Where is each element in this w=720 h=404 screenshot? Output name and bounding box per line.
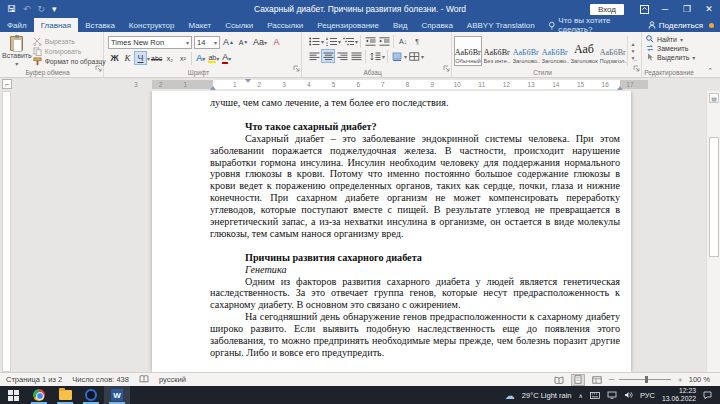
highlight-color-button[interactable]: ab▾ <box>207 51 220 65</box>
vertical-ruler[interactable] <box>2 91 11 372</box>
style-card-3[interactable]: АаБбВгЗаголово... <box>541 36 569 66</box>
shrink-font-button[interactable]: А▼ <box>237 35 250 49</box>
sort-button[interactable]: А↓ <box>396 34 410 48</box>
paste-dropdown-icon[interactable]: ▾ <box>15 60 18 67</box>
print-layout-icon[interactable] <box>571 374 585 386</box>
increase-indent-button[interactable] <box>377 34 391 48</box>
tab-Вид[interactable]: Вид <box>386 18 414 32</box>
line-spacing-button[interactable] <box>368 49 382 63</box>
tell-me-box[interactable]: Что вы хотите сделать? <box>542 18 648 32</box>
language-switch[interactable]: РУС <box>640 391 655 400</box>
decrease-indent-button[interactable] <box>363 34 377 48</box>
cut-button[interactable]: Вырезать <box>32 37 106 46</box>
customize-qat-icon[interactable]: ▾ <box>52 5 57 14</box>
tab-Рассылки[interactable]: Рассылки <box>260 18 310 32</box>
replace-button[interactable]: Заменить <box>646 44 702 52</box>
tab-ABBYY Translation[interactable]: ABBYY Translation <box>460 18 542 32</box>
font-size-combobox[interactable]: 14▾ <box>194 36 220 49</box>
language-indicator[interactable]: русский <box>159 375 186 384</box>
justify-button[interactable] <box>349 49 363 63</box>
tab-Макет[interactable]: Макет <box>181 18 218 32</box>
text-effects-button[interactable]: А▾ <box>194 51 207 65</box>
undo-icon[interactable]: ↶ <box>23 5 31 14</box>
copy-button[interactable]: Копировать <box>32 47 106 56</box>
underline-button[interactable]: Ч <box>134 51 147 65</box>
weather-text[interactable]: 29°C Light rain <box>522 391 572 400</box>
style-card-4[interactable]: АабЗаголовок <box>570 36 598 66</box>
network-icon[interactable] <box>607 391 617 399</box>
paragraph-heading[interactable]: Что такое сахарный диабет? <box>210 121 620 133</box>
find-button[interactable]: Найти▾ <box>646 35 702 43</box>
tab-Ссылки[interactable]: Ссылки <box>218 18 260 32</box>
taskbar-chrome[interactable] <box>26 386 52 404</box>
select-button[interactable]: Выделить▾ <box>646 53 702 61</box>
grow-font-button[interactable]: А▲ <box>222 35 235 49</box>
show-formatting-marks-button[interactable]: ¶ <box>410 34 424 48</box>
word-count[interactable]: Число слов: 438 <box>72 375 129 384</box>
styles-scroll-down-icon[interactable]: ▼ <box>631 48 636 54</box>
numbering-button[interactable] <box>324 34 338 48</box>
web-layout-icon[interactable] <box>590 374 604 386</box>
multilevel-list-button[interactable] <box>341 34 355 48</box>
font-dialog-launcher-icon[interactable] <box>293 58 300 76</box>
minimize-button[interactable]: ─ <box>654 0 676 18</box>
tab-Справка[interactable]: Справка <box>414 18 459 32</box>
paragraph-body[interactable]: Одним из факторов развития сахарного диа… <box>210 276 620 312</box>
scrollbar-thumb[interactable] <box>709 137 719 257</box>
change-case-button[interactable]: Аа▾ <box>252 35 268 49</box>
left-indent-marker[interactable] <box>210 86 216 90</box>
zoom-in-button[interactable]: ＋ <box>676 375 684 385</box>
read-mode-icon[interactable] <box>552 374 566 386</box>
paste-button[interactable]: Вставить ▾ <box>2 34 32 67</box>
styles-scroll-up-icon[interactable]: ▲ <box>631 41 636 47</box>
paragraph-spacer[interactable] <box>210 109 620 121</box>
style-card-0[interactable]: АаБбВгОбычный <box>454 36 482 66</box>
font-family-combobox[interactable]: Times New Ron▾ <box>108 36 192 49</box>
font-color-button[interactable]: А▾ <box>220 51 233 65</box>
clock[interactable]: 12:23 13.06.2022 <box>662 387 696 403</box>
paragraph-body[interactable]: На сегодняшний день обнаружение генов пр… <box>210 311 620 359</box>
paragraph-spacer[interactable] <box>210 240 620 252</box>
zoom-level[interactable]: 100 % <box>689 375 710 384</box>
proofing-icon[interactable] <box>139 375 149 384</box>
taskbar-word[interactable]: W <box>104 386 130 404</box>
paragraph-noindent[interactable]: лучше, чем само лечение, а тем более его… <box>210 97 620 109</box>
taskbar-app[interactable] <box>78 386 104 404</box>
page-indicator[interactable]: Страница 1 из 2 <box>6 375 62 384</box>
paragraph-body[interactable]: Сахарный диабет – это заболевание эндокр… <box>210 133 620 240</box>
subscript-button[interactable]: х₂ <box>163 51 176 65</box>
touch-keyboard-icon[interactable] <box>590 392 600 399</box>
clipboard-dialog-launcher-icon[interactable] <box>95 58 102 76</box>
redo-icon[interactable]: ↻ <box>38 5 46 14</box>
tab-Рецензирование[interactable]: Рецензирование <box>310 18 386 32</box>
align-right-button[interactable] <box>335 49 349 63</box>
style-card-5[interactable]: АаБбВгПодзагол... <box>599 36 627 66</box>
tray-expand-icon[interactable]: ∧ <box>579 392 583 399</box>
style-card-1[interactable]: АаБбВгБез инте... <box>483 36 511 66</box>
horizontal-ruler[interactable]: 3211234567891011121314151617 <box>152 80 648 89</box>
vertical-scrollbar[interactable]: ▤ <box>706 91 720 372</box>
tab-Файл[interactable]: Файл <box>0 18 34 32</box>
save-icon[interactable]: 🖫 <box>7 5 16 14</box>
zoom-slider[interactable] <box>619 379 671 380</box>
share-button[interactable]: Поделиться <box>648 21 703 30</box>
volume-icon[interactable] <box>624 391 633 399</box>
strikethrough-button[interactable]: abc <box>150 51 163 65</box>
bullets-button[interactable] <box>307 34 321 48</box>
tab-selector[interactable]: ⌐ <box>2 79 12 89</box>
zoom-slider-thumb[interactable] <box>645 376 648 383</box>
borders-button[interactable] <box>407 49 421 63</box>
action-center-icon[interactable] <box>703 391 712 399</box>
paragraph-italic[interactable]: Генетика <box>210 264 620 276</box>
start-button[interactable] <box>0 386 26 404</box>
styles-dialog-launcher-icon[interactable] <box>633 58 640 76</box>
shading-button[interactable] <box>390 49 404 63</box>
first-line-indent-marker[interactable] <box>245 79 251 83</box>
style-card-2[interactable]: АаБбВгЗаголово... <box>512 36 540 66</box>
clear-formatting-button[interactable]: А <box>270 35 283 49</box>
bold-button[interactable]: Ж <box>108 51 121 65</box>
align-left-button[interactable] <box>307 49 321 63</box>
tab-Конструктор[interactable]: Конструктор <box>122 18 182 32</box>
collapse-ribbon-icon[interactable]: ⌃ <box>707 67 713 75</box>
right-indent-marker[interactable] <box>617 86 623 90</box>
